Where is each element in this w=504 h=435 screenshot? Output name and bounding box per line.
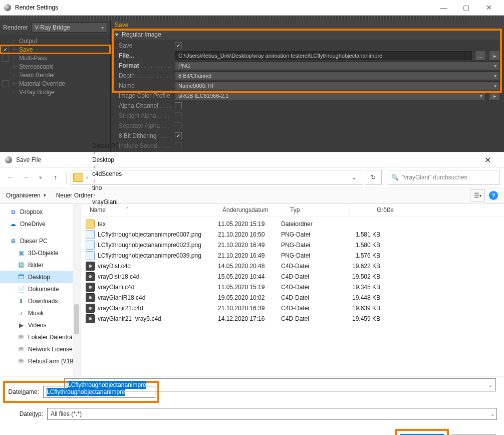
sidebar-item-3d-objekte[interactable]: ▣3D-Objekte [0,247,80,259]
column-headers[interactable]: Name˄ Änderungsdatum Typ Größe [81,204,504,216]
recent-button[interactable]: ▾ [34,171,47,184]
chevron-right-icon: › [91,149,97,156]
dither-label: 8 Bit Dithering [119,132,156,139]
file-row[interactable]: vrayDist.c4d14.05.2020 20:48C4D-Datei19.… [86,261,504,271]
file-label[interactable]: File... [119,52,134,59]
png-icon [86,241,95,250]
sidebar-item-label: Material Override [19,80,65,87]
filetype-dropdown[interactable]: All files (*.*) ⌄ [47,408,497,420]
filetype-label: Dateityp: [7,410,43,417]
view-mode-button[interactable]: ☰▾ [470,189,485,201]
highlight-save-button: Speichern [397,431,447,435]
sidebar-item-dieser-pc[interactable]: 🖥Dieser PC [0,235,80,247]
sidebar-icon: ⛃ [17,333,25,341]
breadcrumb-item[interactable]: tino [91,184,123,191]
checkbox-icon[interactable] [2,55,9,62]
file-row[interactable]: vrayGlani.c4d11.05.2020 15:19C4D-Datei19… [86,282,504,292]
file-row[interactable]: vrayDistr18.c4d15.05.2020 10:44C4D-Datei… [86,271,504,282]
file-row[interactable]: vrayGlanir21.c4d21.10.2020 16:39C4D-Date… [86,303,504,313]
checkbox-icon[interactable] [2,80,9,87]
c4d-icon [86,262,95,271]
sidebar-item-stereoscopic[interactable]: ⊢Stereoscopic [0,62,110,71]
section-regular-image[interactable]: Regular Image [111,30,504,40]
file-row[interactable]: LCflythroughobjectananimpre0023.png21.10… [86,240,504,250]
sidebar-icon: ☁ [9,220,17,228]
search-input[interactable]: 🔍 "vrayGlani" durchsuchen [388,170,500,185]
depth-label: Depth [119,72,135,79]
close-button[interactable]: ✕ [476,155,499,165]
app-icon [4,4,11,11]
sidebar-item-output[interactable]: ⊢Output [0,37,110,45]
format-dropdown[interactable]: PNG [175,61,500,70]
refresh-button[interactable]: ↻ [365,170,382,185]
maximize-button[interactable]: ▢ [455,0,477,15]
sep-label: Separate Alpha [119,122,160,129]
save-file-titlebar[interactable]: Save File ✕ [0,152,504,168]
sidebar-item-desktop[interactable]: 🗔Desktop [0,271,80,283]
file-browse-button[interactable]: … [475,51,486,61]
filename-input-full[interactable]: LCflythroughobjectananimpre ⌄ [64,378,496,391]
minimize-button[interactable]: — [432,0,455,15]
sep-checkbox [175,122,182,129]
alpha-checkbox[interactable] [175,102,182,109]
file-row[interactable]: vrayGlanir21_vray5.c4d14.12.2020 17:16C4… [86,313,504,324]
sidebar-item-videos[interactable]: ▶Videos [0,319,80,331]
sidebar-item-material-override[interactable]: ⊢Material Override [0,79,110,88]
sidebar[interactable]: ⧉Dropbox☁OneDrive🖥Dieser PC▣3D-Objekte🖼B… [0,204,81,376]
sidebar-scrollbar[interactable] [73,204,80,376]
sidebar-item-dokumente[interactable]: 📄Dokumente [0,283,80,295]
breadcrumb-item[interactable]: c4dScenes [91,170,123,177]
breadcrumb[interactable]: › Dieser PC›Desktop›c4dScenes›tino›vrayG… [71,170,363,185]
file-row[interactable]: LCflythroughobjectananimpre0039.png21.10… [86,250,504,261]
name-dropdown[interactable]: Name0000.TIF [175,81,500,90]
help-button[interactable]: ? [489,191,498,200]
breadcrumb-dropdown-icon[interactable]: ⌄ [348,174,361,181]
breadcrumb-item[interactable]: Desktop [91,156,123,163]
window-title: Render Settings [15,4,58,11]
sidebar-item-save[interactable]: ✔⊢Save [0,45,110,54]
search-icon: 🔍 [391,174,399,181]
back-button[interactable]: ← [4,171,17,184]
sidebar-label: Dokumente [28,286,59,293]
sidebar-item-rebusfarm-19[interactable]: ⛃RebusFarm (\\19 [0,355,80,367]
close-button[interactable]: ✕ [477,0,500,15]
sidebar-icon: ⛃ [17,345,25,353]
c4d-icon [86,304,95,313]
sidebar-item-lokaler-datentr-[interactable]: ⛃Lokaler Datenträ [0,331,80,343]
sidebar-item-bilder[interactable]: 🖼Bilder [0,259,80,271]
checkbox-icon[interactable]: ✔ [2,46,9,53]
sidebar-label: Videos [28,322,46,329]
icp-next-button[interactable]: ▸ [489,91,500,101]
icp-dropdown[interactable]: sRGB IEC61966-2.1 [175,91,486,100]
new-folder-button[interactable]: Neuer Ordner [56,192,93,199]
chevron-right-icon: › [91,163,97,170]
save-checkbox[interactable]: ✔ [175,42,182,49]
sidebar-item-musik[interactable]: ♪Musik [0,307,80,319]
up-button[interactable]: ↑ [49,171,62,184]
sidebar-icon: 🗔 [17,273,25,281]
sidebar-item-v-ray-bridge[interactable]: ⊢V-Ray Bridge [0,88,110,96]
sidebar-item-network-license[interactable]: ⛃Network License [0,343,80,355]
breadcrumb-item[interactable]: Dieser PC [91,142,123,149]
sidebar-item-dropbox[interactable]: ⧉Dropbox [0,206,80,218]
file-row[interactable]: tex11.05.2020 15:19Dateiordner [86,219,504,229]
sidebar-icon: ⧉ [9,208,17,216]
file-play-button[interactable]: ▸ [489,51,500,61]
sidebar-item-downloads[interactable]: ⬇Downloads [0,295,80,307]
renderer-dropdown[interactable]: V-Ray Bridge [31,23,107,33]
sidebar-item-team-render[interactable]: ⊢Team Render [0,71,110,79]
depth-dropdown[interactable]: 8 Bit/Channel [175,71,500,80]
grip-bar[interactable] [0,16,504,21]
organize-button[interactable]: Organisieren▼ [6,192,47,199]
file-path-input[interactable]: C:\Users\Rebus_Dirk\Desktop\vray animati… [175,51,472,60]
file-row[interactable]: LCflythroughobjectananimpre0007.png21.10… [86,229,504,240]
sidebar-item-label: Save [19,46,33,53]
file-row[interactable]: vrayGlaniR18.c4d19.05.2020 10:02C4D-Date… [86,292,504,303]
dither-checkbox[interactable]: ✔ [175,132,182,139]
name-label: Name [119,82,135,89]
forward-button[interactable]: → [19,171,32,184]
sidebar-item-onedrive[interactable]: ☁OneDrive [0,218,80,230]
render-settings-titlebar[interactable]: Render Settings — ▢ ✕ [0,0,504,16]
render-settings-window: Render Settings — ▢ ✕ Renderer V-Ray Bri… [0,0,504,152]
sidebar-item-multi-pass[interactable]: ⊢Multi-Pass [0,54,110,62]
